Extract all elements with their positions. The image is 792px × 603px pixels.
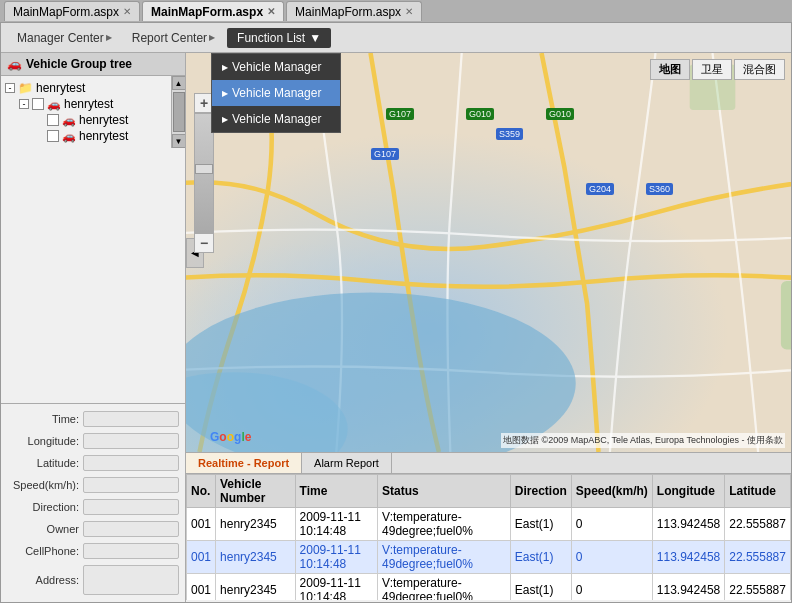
road-badge-s360: S360 (646, 183, 673, 195)
alarm-report-tab[interactable]: Alarm Report (302, 453, 392, 473)
table-header-row: No. Vehicle Number Time Status Direction… (187, 475, 791, 508)
cellphone-label: CellPhone: (7, 545, 79, 557)
dropdown-label-3: Vehicle Manager (232, 112, 321, 126)
function-dropdown: ▶ Vehicle Manager ▶ Vehicle Manager ▶ Ve… (211, 53, 341, 133)
cellphone-value (83, 543, 179, 559)
tabs-bar: MainMapForm.aspx ✕ MainMapForm.aspx ✕ Ma… (0, 0, 792, 22)
cell-direction: East(1) (510, 574, 571, 601)
cell-latitude: 22.555887 (725, 508, 791, 541)
dropdown-item-1[interactable]: ▶ Vehicle Manager (212, 54, 340, 80)
cell-no: 001 (187, 574, 216, 601)
table-row[interactable]: 001henry23452009-11-11 10:14:48V:tempera… (187, 541, 791, 574)
cell-vehicle: henry2345 (216, 574, 296, 601)
tree-area: 🚗 Vehicle Group tree - 📁 henrytest - (1, 53, 185, 404)
time-label: Time: (7, 413, 79, 425)
tree-child-3[interactable]: 🚗 henrytest (5, 128, 167, 144)
tree-car-icon-1: 🚗 (47, 98, 61, 111)
function-list-btn[interactable]: Function List ▼ (227, 28, 331, 48)
cell-time: 2009-11-11 10:14:48 (295, 541, 378, 574)
report-table: No. Vehicle Number Time Status Direction… (186, 474, 791, 600)
cell-latitude: 22.555887 (725, 541, 791, 574)
dropdown-arrow-2: ▶ (222, 89, 228, 98)
scroll-up[interactable]: ▲ (172, 76, 186, 90)
cell-time: 2009-11-11 10:14:48 (295, 508, 378, 541)
tab-2-close[interactable]: ✕ (267, 6, 275, 17)
table-row[interactable]: 001henry23452009-11-11 10:14:48V:tempera… (187, 508, 791, 541)
tree-checkbox-1[interactable] (32, 98, 44, 110)
address-label: Address: (7, 574, 79, 586)
content-area: 🚗 Vehicle Group tree - 📁 henrytest - (1, 53, 791, 602)
tree-car-icon-2: 🚗 (62, 114, 76, 127)
nav-bar: Manager Center ▶ Report Center ▶ Functio… (1, 23, 791, 53)
manager-center-arrow: ▶ (106, 33, 112, 42)
dropdown-item-3[interactable]: ▶ Vehicle Manager (212, 106, 340, 132)
report-table-container[interactable]: No. Vehicle Number Time Status Direction… (186, 474, 791, 600)
report-area: Realtime - Report Alarm Report No. Vehic… (186, 452, 791, 602)
manager-center-nav[interactable]: Manager Center ▶ (9, 28, 120, 48)
tree-title: Vehicle Group tree (26, 57, 132, 71)
tree-child-label-1: henrytest (64, 97, 113, 111)
cell-direction: East(1) (510, 541, 571, 574)
tree-folder-icon: 📁 (18, 81, 33, 95)
map-view-hybrid[interactable]: 混合图 (734, 59, 785, 80)
tree-root-node[interactable]: - 📁 henrytest (5, 80, 167, 96)
col-speed: Speed(km/h) (571, 475, 652, 508)
road-badge-g107: G107 (386, 108, 414, 120)
function-list-label: Function List (237, 31, 305, 45)
tab-3[interactable]: MainMapForm.aspx ✕ (286, 1, 422, 21)
tree-checkbox-3[interactable] (47, 130, 59, 142)
tree-child-1[interactable]: - 🚗 henrytest (5, 96, 167, 112)
cell-time: 2009-11-11 10:14:48 (295, 574, 378, 601)
google-text: Google (210, 428, 251, 444)
col-no: No. (187, 475, 216, 508)
direction-label: Direction: (7, 501, 79, 513)
tab-1[interactable]: MainMapForm.aspx ✕ (4, 1, 140, 21)
left-panel: 🚗 Vehicle Group tree - 📁 henrytest - (1, 53, 186, 602)
info-cellphone-row: CellPhone: (7, 540, 179, 562)
tab-3-label: MainMapForm.aspx (295, 5, 401, 19)
tree-child-2[interactable]: 🚗 henrytest (5, 112, 167, 128)
tab-2[interactable]: MainMapForm.aspx ✕ (142, 1, 284, 21)
scroll-down[interactable]: ▼ (172, 134, 186, 148)
tab-3-close[interactable]: ✕ (405, 6, 413, 17)
longitude-value (83, 433, 179, 449)
scroll-thumb[interactable] (173, 92, 185, 132)
tab-1-close[interactable]: ✕ (123, 6, 131, 17)
col-vehicle: Vehicle Number (216, 475, 296, 508)
latitude-label: Latitude: (7, 457, 79, 469)
info-speed-row: Speed(km/h): (7, 474, 179, 496)
tree-checkbox-2[interactable] (47, 114, 59, 126)
road-badge-s359: S359 (496, 128, 523, 140)
dropdown-arrow-3: ▶ (222, 115, 228, 124)
road-badge-g107b: G107 (371, 148, 399, 160)
svg-rect-2 (781, 281, 791, 349)
zoom-handle[interactable] (195, 164, 213, 174)
dropdown-label-1: Vehicle Manager (232, 60, 321, 74)
tree-expand-1[interactable]: - (19, 99, 29, 109)
realtime-report-tab[interactable]: Realtime - Report (186, 453, 302, 473)
tree-expand-root[interactable]: - (5, 83, 15, 93)
report-center-label: Report Center (132, 31, 207, 45)
info-panel: Time: Longitude: Latitude: Speed(km/h): … (1, 404, 185, 602)
road-badge-g010b: G010 (546, 108, 574, 120)
report-tabs: Realtime - Report Alarm Report (186, 453, 791, 474)
longitude-label: Longitude: (7, 435, 79, 447)
cell-speed: 0 (571, 574, 652, 601)
tree-child-label-3: henrytest (79, 129, 128, 143)
info-latitude-row: Latitude: (7, 452, 179, 474)
road-badge-g204: G204 (586, 183, 614, 195)
road-badge-g010a: G010 (466, 108, 494, 120)
dropdown-item-2[interactable]: ▶ Vehicle Manager (212, 80, 340, 106)
direction-value (83, 499, 179, 515)
map-view-satellite[interactable]: 卫星 (692, 59, 732, 80)
tree-content: - 📁 henrytest - 🚗 henrytest (1, 76, 171, 148)
google-logo: Google (210, 428, 251, 444)
latitude-value (83, 455, 179, 471)
function-list-arrow: ▼ (309, 31, 321, 45)
col-status: Status (378, 475, 511, 508)
info-time-row: Time: (7, 408, 179, 430)
zoom-out-btn[interactable]: − (194, 233, 214, 253)
table-row[interactable]: 001henry23452009-11-11 10:14:48V:tempera… (187, 574, 791, 601)
map-view-map[interactable]: 地图 (650, 59, 690, 80)
report-center-nav[interactable]: Report Center ▶ (124, 28, 223, 48)
